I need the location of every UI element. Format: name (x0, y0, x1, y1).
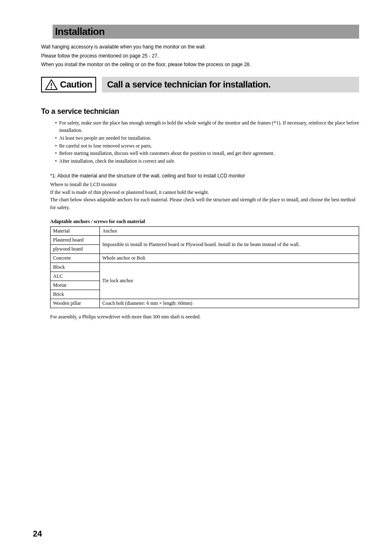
list-item: Before starting installation, discuss we… (55, 150, 359, 157)
caution-banner: Call a service technician for installati… (102, 77, 359, 92)
intro-line: Wall hanging accessory is available when… (41, 43, 359, 52)
table-cell: Wooden pillar (51, 299, 100, 308)
intro-line: Please follow the process mentioned on p… (41, 52, 359, 61)
table-cell: ALC (51, 272, 100, 281)
intro-block: Wall hanging accessory is available when… (41, 43, 359, 69)
table-cell: Mortar (51, 281, 100, 290)
after-table-note: For assembly, a Philips screwdriver with… (50, 314, 359, 320)
section-heading: To a service technician (41, 107, 359, 116)
list-item: Be careful not to lose removed screws or… (55, 142, 359, 150)
table-cell: Block (51, 263, 100, 272)
table-row: Material Anchor (51, 227, 359, 236)
anchor-table: Material Anchor Plastered board Impossib… (50, 226, 359, 308)
title-bar-indent (41, 25, 53, 39)
table-cell: Concrete (51, 254, 100, 263)
table-row: Block Tie lock anchor (51, 263, 359, 272)
table-row: Concrete Whole anchor or Bolt (51, 254, 359, 263)
table-cell: Whole anchor or Bolt (100, 254, 359, 263)
note-heading: *1: About the material and the structure… (50, 172, 359, 180)
table-cell: plywood board (51, 245, 100, 254)
page-container: Installation Wall hanging accessory is a… (0, 0, 392, 555)
caution-banner-text: Call a service technician for installati… (107, 79, 270, 90)
caution-row: Caution Call a service technician for in… (41, 77, 359, 92)
table-caption: Adaptable anchors / screws for each mate… (50, 219, 359, 225)
svg-point-2 (51, 87, 52, 88)
page-title: Installation (53, 26, 105, 37)
table-cell: Brick (51, 290, 100, 299)
page-number: 24 (33, 529, 42, 539)
list-item: After installation, check the installati… (55, 157, 359, 165)
table-cell: Plastered board (51, 236, 100, 245)
table-header-cell: Anchor (100, 227, 359, 236)
note-block: *1: About the material and the structure… (50, 172, 359, 211)
table-header-cell: Material (51, 227, 100, 236)
warning-icon (45, 79, 58, 90)
table-cell: Tie lock anchor (100, 263, 359, 299)
note-line: The chart below shows adaptable anchors … (50, 196, 359, 211)
table-row: Wooden pillar Coach bolt (diameter: 6 mm… (51, 299, 359, 308)
title-bar: Installation (41, 25, 359, 39)
bullet-list: For safety, make sure the place has enou… (55, 119, 359, 165)
table-row: Plastered board Impossible to install in… (51, 236, 359, 245)
note-line: Where to install the LCD monitor (50, 181, 359, 189)
list-item: For safety, make sure the place has enou… (55, 119, 359, 134)
caution-box: Caution (41, 77, 96, 92)
caution-label: Caution (60, 79, 92, 90)
note-line: If the wall is made of thin plywood or p… (50, 189, 359, 196)
table-cell: Impossible to install in Plastered board… (100, 236, 359, 254)
list-item: At least two people are needed for insta… (55, 134, 359, 142)
table-cell: Coach bolt (diameter: 6 mm × length: 60m… (100, 299, 359, 308)
intro-line: When you install the monitor on the ceil… (41, 60, 359, 69)
